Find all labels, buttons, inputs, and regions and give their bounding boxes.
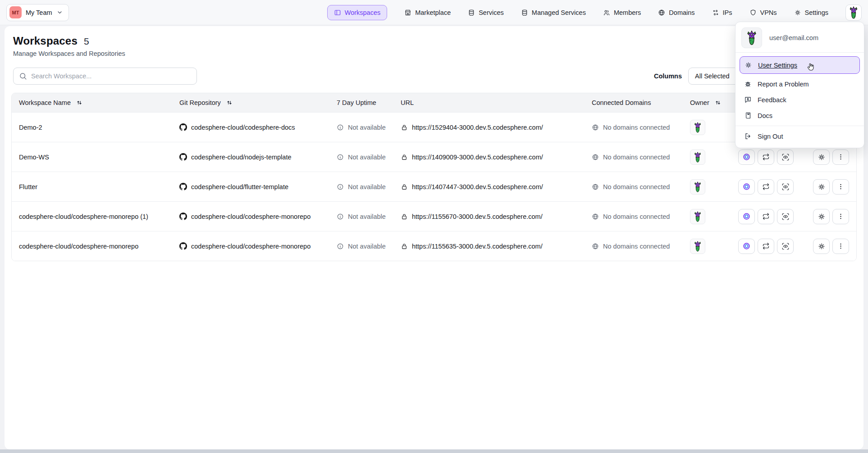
workspace-name[interactable]: Demo-2: [12, 124, 172, 131]
table-row[interactable]: Demo-WS codesphere-cloud/nodejs-template…: [12, 142, 856, 172]
workspace-name[interactable]: codesphere-cloud/codesphere-monorepo (1): [12, 213, 172, 220]
layout-icon: [334, 9, 341, 16]
nav-item-workspaces[interactable]: Workspaces: [327, 5, 388, 20]
row-actions: [731, 209, 856, 224]
team-switcher[interactable]: MT My Team: [6, 4, 69, 21]
owner-avatar: [690, 120, 705, 135]
settings-button[interactable]: [813, 209, 830, 224]
nav-item-ips[interactable]: IPs: [712, 9, 732, 16]
eye-scan-icon: [781, 153, 790, 161]
workspace-url[interactable]: https://1529404-3000.dev.5.codesphere.co…: [412, 124, 543, 131]
github-icon: [179, 153, 187, 161]
header-owner: Owner: [686, 99, 731, 106]
settings-button[interactable]: [813, 239, 830, 254]
globe-icon: [592, 183, 599, 190]
monitoring-button[interactable]: [777, 179, 794, 195]
workspace-name[interactable]: Demo-WS: [12, 154, 172, 161]
nav-item-marketplace[interactable]: Marketplace: [404, 9, 451, 16]
sign-out-icon: [744, 132, 752, 140]
info-icon: [337, 243, 344, 250]
restart-button[interactable]: [758, 209, 774, 224]
uptime-cell: Not available: [329, 213, 393, 220]
table-row[interactable]: codesphere-cloud/codesphere-monorepo cod…: [12, 231, 856, 261]
pipeline-button[interactable]: [738, 209, 755, 224]
menu-item-feedback[interactable]: Feedback: [740, 92, 860, 107]
menu-item-user-settings[interactable]: User Settings: [740, 56, 860, 74]
workspace-url[interactable]: https://1155635-3000.dev.5.codesphere.co…: [412, 243, 543, 250]
eye-scan-icon: [781, 213, 790, 221]
monitoring-button[interactable]: [777, 239, 794, 254]
settings-button[interactable]: [813, 149, 830, 165]
search-box[interactable]: [13, 68, 197, 85]
menu-item-docs[interactable]: Docs: [740, 108, 860, 123]
monitoring-button[interactable]: [777, 149, 794, 165]
owner-cell: [686, 179, 731, 195]
table-row[interactable]: codesphere-cloud/codesphere-monorepo (1)…: [12, 201, 856, 231]
restart-button[interactable]: [758, 149, 774, 165]
info-icon: [337, 213, 344, 220]
sort-icon[interactable]: [76, 99, 83, 106]
nav-item-settings[interactable]: Settings: [794, 9, 828, 16]
nav-item-managed-services[interactable]: Managed Services: [521, 9, 586, 16]
workspace-name[interactable]: codesphere-cloud/codesphere-monorepo: [12, 243, 172, 250]
repo-name: codesphere-cloud/nodejs-template: [191, 154, 291, 161]
gear-icon: [794, 9, 801, 16]
restart-button[interactable]: [758, 179, 774, 195]
sort-icon[interactable]: [226, 99, 233, 106]
menu-item-label: Feedback: [758, 96, 786, 104]
row-actions: [731, 239, 856, 254]
row-actions: [731, 179, 856, 195]
github-icon: [179, 213, 187, 220]
globe-icon: [658, 9, 665, 16]
menu-item-sign-out[interactable]: Sign Out: [740, 129, 860, 144]
kebab-icon: [837, 183, 845, 190]
header-url: URL: [393, 99, 585, 106]
sync-icon: [762, 242, 770, 250]
more-options-button[interactable]: [832, 179, 849, 195]
info-icon: [337, 183, 344, 190]
url-cell: https://1407447-3000.dev.5.codesphere.co…: [393, 183, 585, 190]
nav-item-domains[interactable]: Domains: [658, 9, 694, 16]
header-git-repository: Git Repository: [172, 99, 329, 106]
workspace-name[interactable]: Flutter: [12, 183, 172, 190]
nav-item-members[interactable]: Members: [603, 9, 641, 16]
pipeline-button[interactable]: [738, 149, 755, 165]
pipeline-button[interactable]: [738, 179, 755, 195]
gear-icon: [745, 61, 752, 69]
menu-item-label: User Settings: [758, 62, 797, 69]
user-avatar-button[interactable]: [845, 5, 862, 21]
more-options-button[interactable]: [832, 239, 849, 254]
git-repository: codesphere-cloud/codesphere-monorepo: [172, 213, 329, 220]
monitoring-button[interactable]: [777, 209, 794, 224]
team-name: My Team: [26, 9, 52, 16]
gear-icon: [818, 242, 826, 250]
owner-avatar: [690, 209, 705, 224]
workspace-url[interactable]: https://1407447-3000.dev.5.codesphere.co…: [412, 183, 543, 190]
more-options-button[interactable]: [832, 149, 849, 165]
workspace-url[interactable]: https://1409009-3000.dev.5.codesphere.co…: [412, 154, 543, 161]
lock-icon: [401, 124, 408, 131]
search-input[interactable]: [31, 72, 191, 80]
hand-cursor-icon: [806, 62, 815, 72]
more-options-button[interactable]: [832, 209, 849, 224]
sort-icon[interactable]: [714, 99, 722, 106]
user-email: user@email.com: [769, 34, 818, 41]
columns-value: All Selected: [695, 72, 730, 80]
menu-item-report-problem[interactable]: Report a Problem: [740, 77, 860, 91]
ring-circle-icon: [742, 242, 751, 250]
settings-button[interactable]: [813, 179, 830, 195]
globe-icon: [592, 124, 599, 131]
user-dropdown-menu: user@email.com User Settings Report a Pr…: [735, 22, 864, 148]
workspace-url[interactable]: https://1155670-3000.dev.5.codesphere.co…: [412, 213, 543, 220]
nav-item-vpns[interactable]: VPNs: [749, 9, 777, 16]
menu-item-label: Report a Problem: [758, 81, 809, 88]
table-row[interactable]: Demo-2 codesphere-cloud/codesphere-docs …: [12, 112, 856, 142]
table-row[interactable]: Flutter codesphere-cloud/flutter-templat…: [12, 172, 856, 201]
nav-item-services[interactable]: Services: [468, 9, 504, 16]
restart-button[interactable]: [758, 239, 774, 254]
ring-circle-icon: [742, 153, 751, 161]
pipeline-button[interactable]: [738, 239, 755, 254]
header-uptime: 7 Day Uptime: [329, 99, 393, 106]
url-cell: https://1155670-3000.dev.5.codesphere.co…: [393, 213, 585, 220]
uptime-cell: Not available: [329, 154, 393, 161]
